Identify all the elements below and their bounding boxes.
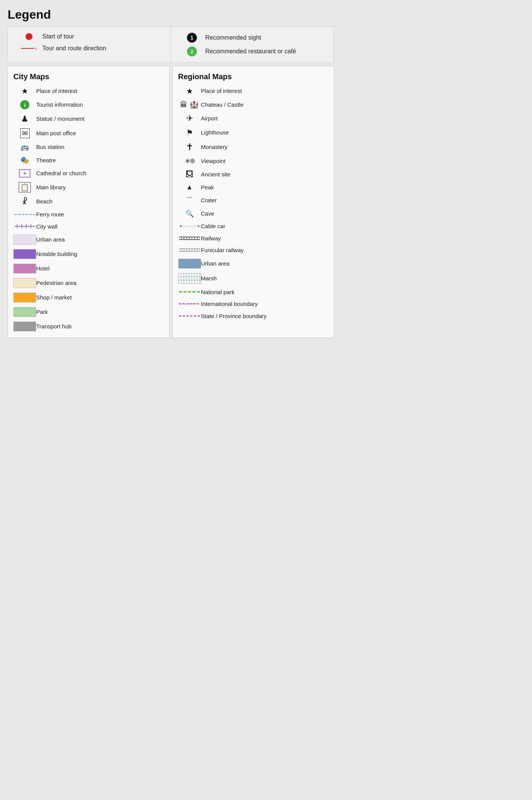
chateau-icon: 🏛 🏰 bbox=[178, 100, 201, 109]
park-row: Park bbox=[13, 307, 164, 317]
cathedral-label: Cathedral or church bbox=[36, 170, 164, 177]
pedestrian-swatch bbox=[13, 278, 36, 288]
route-arrowhead: › bbox=[35, 45, 37, 51]
rec-sight-label: Recommended sight bbox=[205, 34, 326, 42]
intl-boundary-label: International boundary bbox=[201, 300, 329, 308]
lighthouse-icon: ⚑ bbox=[178, 128, 201, 137]
church-box-icon: + bbox=[19, 169, 30, 178]
funicular-row: Funicular railway bbox=[178, 246, 329, 254]
tourist-info-icon: i bbox=[13, 100, 36, 109]
transport-icon bbox=[13, 322, 36, 331]
theatre-row: 🎭 Theatre bbox=[13, 156, 164, 165]
beach-icon: ☧ bbox=[13, 197, 36, 206]
cable-car-icon bbox=[178, 225, 201, 227]
urban-city-icon bbox=[13, 235, 36, 245]
shop-row: Shop / market bbox=[13, 293, 164, 302]
urban-city-label: Urban area bbox=[36, 236, 164, 243]
cable-car-row: Cable car bbox=[178, 222, 329, 230]
bus-icon: 🚌 bbox=[21, 143, 29, 151]
railway-row: Railway bbox=[178, 235, 329, 242]
reg-place-interest-label: Place of interest bbox=[201, 87, 329, 95]
natpark-label: National park bbox=[201, 288, 329, 296]
airport-label: Airport bbox=[201, 115, 329, 122]
statue-icon: ♟ bbox=[13, 114, 36, 124]
state-boundary-row: State / Province boundary bbox=[178, 312, 329, 320]
plane-icon: ✈ bbox=[186, 114, 193, 123]
rec-sight-icon-cell: 1 bbox=[179, 33, 205, 43]
start-tour-icon-cell bbox=[16, 33, 42, 40]
intl-dot bbox=[185, 303, 187, 305]
viewpoint-label: Viewpoint bbox=[201, 157, 329, 165]
city-wall-row: City wall bbox=[13, 223, 164, 230]
hotel-swatch bbox=[13, 264, 36, 274]
chateau-label: Chateau / Castle bbox=[201, 101, 329, 109]
hotel-row: Hotel bbox=[13, 264, 164, 274]
rec-rest-label: Recommended restaurant or café bbox=[205, 48, 326, 56]
statue-row: ♟ Statue / monument bbox=[13, 114, 164, 124]
beach-row: ☧ Beach bbox=[13, 197, 164, 206]
intl-line-icon bbox=[179, 303, 200, 305]
rail-bottom-line bbox=[179, 239, 200, 240]
bus-station-label: Bus station bbox=[36, 143, 164, 151]
natpark-icon bbox=[178, 291, 201, 293]
city-place-interest-icon: ★ bbox=[13, 86, 36, 96]
state-boundary-icon bbox=[178, 315, 201, 317]
intl-boundary-row: International boundary bbox=[178, 300, 329, 308]
shop-label: Shop / market bbox=[36, 294, 164, 301]
natpark-row: National park bbox=[178, 288, 329, 296]
route-line bbox=[21, 48, 34, 49]
ancient-site-row: ⛾ Ancient site bbox=[178, 170, 329, 179]
rec-rest-circle: 2 bbox=[187, 46, 197, 56]
urban-city-row: Urban area bbox=[13, 235, 164, 245]
notable-building-icon bbox=[13, 249, 36, 259]
legend-container: Legend Start of tour › Tour and route di… bbox=[8, 8, 334, 338]
notable-building-row: Notable building bbox=[13, 249, 164, 259]
peak-label: Peak bbox=[201, 184, 329, 191]
intl-dash3 bbox=[193, 303, 199, 304]
funicular-label: Funicular railway bbox=[201, 246, 329, 254]
info-circle-icon: i bbox=[20, 100, 29, 109]
lighthouse-row: ⚑ Lighthouse bbox=[178, 128, 329, 137]
pedestrian-label: Pedestrian area bbox=[36, 279, 164, 287]
rec-rest-icon-cell: 2 bbox=[179, 46, 205, 56]
transport-label: Transport hub bbox=[36, 323, 164, 330]
triangle-icon: ▲ bbox=[186, 183, 193, 191]
red-arrow-icon: › bbox=[21, 45, 37, 51]
railway-visual bbox=[179, 237, 200, 240]
city-place-interest-label: Place of interest bbox=[36, 87, 164, 95]
urban-reg-row: Urban area bbox=[178, 259, 329, 269]
ancient-site-label: Ancient site bbox=[201, 171, 329, 178]
airport-icon: ✈ bbox=[178, 114, 201, 123]
monastery-row: ✝ Monastery bbox=[178, 142, 329, 152]
cathedral-icon: + bbox=[13, 169, 36, 178]
railway-label: Railway bbox=[201, 235, 329, 242]
transport-row: Transport hub bbox=[13, 322, 164, 331]
cave-row: 🔍 Cave bbox=[178, 210, 329, 218]
top-section: Start of tour › Tour and route direction… bbox=[8, 26, 334, 63]
cave-label: Cave bbox=[201, 210, 329, 218]
city-maps-panel: City Maps ★ Place of interest i Tourist … bbox=[8, 66, 169, 338]
city-maps-title: City Maps bbox=[13, 72, 164, 81]
regional-maps-panel: Regional Maps ★ Place of interest 🏛 🏰 Ch… bbox=[173, 66, 334, 338]
marsh-row: Marsh bbox=[178, 273, 329, 284]
cathedral-row: + Cathedral or church bbox=[13, 169, 164, 178]
top-left: Start of tour › Tour and route direction bbox=[8, 27, 171, 62]
park-label: Park bbox=[36, 308, 164, 316]
notable-swatch bbox=[13, 249, 36, 259]
funicular-icon bbox=[178, 248, 201, 252]
beach-symbol: ☧ bbox=[22, 197, 28, 206]
ferry-icon bbox=[13, 214, 36, 215]
urban-reg-label: Urban area bbox=[201, 260, 329, 267]
legend-row-route: › Tour and route direction bbox=[16, 45, 163, 53]
intl-boundary-icon bbox=[178, 303, 201, 305]
state-dashed-line bbox=[179, 315, 200, 317]
post-office-label: Main post office bbox=[36, 130, 164, 137]
peak-icon: ▲ bbox=[178, 183, 201, 191]
route-label: Tour and route direction bbox=[42, 45, 163, 53]
reg-star-icon: ★ bbox=[186, 86, 193, 96]
chateau-row: 🏛 🏰 Chateau / Castle bbox=[178, 100, 329, 109]
lighthouse-label: Lighthouse bbox=[201, 129, 329, 136]
peak-row: ▲ Peak bbox=[178, 183, 329, 191]
tourist-info-row: i Tourist information bbox=[13, 100, 164, 109]
library-row: 📋 Main library bbox=[13, 182, 164, 192]
